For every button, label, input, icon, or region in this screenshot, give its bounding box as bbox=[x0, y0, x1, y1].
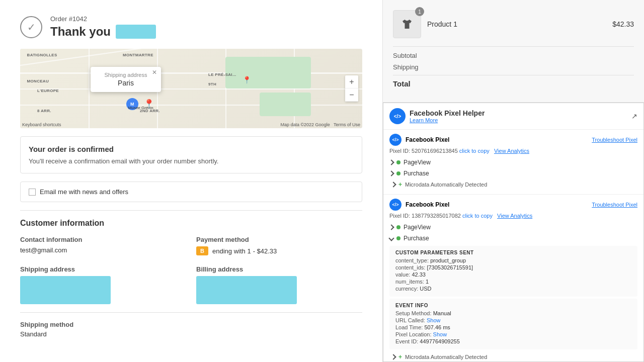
fb-section1-name: Facebook Pixel bbox=[406, 136, 449, 143]
fb-arrow-microdata-1 bbox=[390, 182, 396, 187]
subtotal-label: Subtotal bbox=[393, 52, 417, 59]
fb-param-content-ids: content_ids: [73053026715591] bbox=[395, 264, 631, 270]
fb-troubleshoot-1[interactable]: Troubleshoot Pixel bbox=[592, 137, 637, 143]
map-label-8arr: 8 ARR. bbox=[37, 109, 51, 113]
fb-event-name-pageview-1: PageView bbox=[404, 159, 431, 166]
fb-param-value: value: 42.33 bbox=[395, 272, 631, 278]
fb-view-analytics-2[interactable]: View Analytics bbox=[497, 213, 532, 219]
payment-row: B ending with 1 - $42.33 bbox=[196, 246, 362, 255]
fb-event-name-purchase-1: Purchase bbox=[404, 170, 429, 177]
fb-pixel-location-show[interactable]: Show bbox=[433, 331, 447, 337]
fb-info-setup: Setup Method: Manual bbox=[395, 310, 631, 316]
payment-text: ending with 1 bbox=[212, 247, 251, 255]
shipping-method-block: Shipping method Standard bbox=[20, 312, 362, 338]
fb-event-pageview-2[interactable]: PageView bbox=[389, 222, 637, 233]
fb-microdata-1: + Microdata Automatically Detected bbox=[389, 179, 637, 190]
map-keyboard: Keyboard shortcuts bbox=[22, 122, 61, 127]
location-pin: 📍 bbox=[143, 100, 154, 109]
fb-arrow-purchase-1 bbox=[388, 170, 394, 176]
fb-click-copy-1[interactable]: click to copy bbox=[459, 148, 490, 154]
fb-pixel-id-label-1: Pixel ID: bbox=[389, 148, 410, 154]
summary-divider bbox=[393, 46, 634, 47]
thank-you-row: Thank you bbox=[50, 25, 156, 39]
contact-email: test@gmail.com bbox=[20, 246, 186, 254]
map-visual: MONTMARTRE BATIGNOLLES Monceau L'EUROPE … bbox=[20, 49, 362, 128]
shipping-label: Shipping bbox=[393, 63, 419, 71]
fb-param-content-type: content_type: product_group bbox=[395, 257, 631, 263]
fb-event-name-pageview-2: PageView bbox=[404, 224, 431, 231]
fb-info-loadtime: Load Time: 507.46 ms bbox=[395, 324, 631, 330]
customer-info: Customer information Contact information… bbox=[20, 210, 362, 338]
fb-custom-params: CUSTOM PARAMETERS SENT content_type: pro… bbox=[389, 246, 637, 297]
fb-icon: </> bbox=[389, 108, 406, 124]
fb-event-pageview-1[interactable]: PageView bbox=[389, 157, 637, 168]
right-panel: 1 Product 1 $42.33 Subtotal Shipping Tot… bbox=[382, 0, 644, 362]
product-name: Product 1 bbox=[427, 20, 606, 28]
fb-view-analytics-1[interactable]: View Analytics bbox=[494, 148, 529, 154]
fb-pixel-panel: </> Facebook Pixel Helper Learn More ↗ <… bbox=[383, 103, 644, 362]
fb-url-show[interactable]: Show bbox=[427, 317, 441, 323]
total-row: Total bbox=[393, 75, 634, 88]
shipping-method-label: Shipping method bbox=[20, 321, 362, 328]
map-overlay-city: Paris bbox=[98, 79, 154, 87]
fb-title: Facebook Pixel Helper bbox=[410, 109, 485, 117]
fb-section-1: </> Facebook Pixel Troubleshoot Pixel Pi… bbox=[383, 130, 643, 195]
payment-block: Payment method B ending with 1 - $42.33 bbox=[196, 236, 362, 255]
fb-arrow-microdata-2 bbox=[390, 354, 396, 359]
fb-event-info-title: EVENT INFO bbox=[395, 303, 631, 308]
fb-info-event-id: Event ID: 4497764909255 bbox=[395, 338, 631, 344]
subtotal-row: Subtotal bbox=[393, 52, 634, 59]
customer-name-placeholder bbox=[116, 25, 156, 39]
fb-troubleshoot-2[interactable]: Troubleshoot Pixel bbox=[592, 202, 637, 208]
fb-event-purchase-2[interactable]: Purchase bbox=[389, 233, 637, 244]
fb-arrow-purchase-2 bbox=[388, 235, 394, 241]
fb-dot-pageview-1 bbox=[396, 160, 400, 164]
fb-dot-pageview-2 bbox=[396, 225, 400, 229]
fb-dot-purchase-2 bbox=[396, 236, 400, 240]
fb-learn-more[interactable]: Learn More bbox=[410, 117, 485, 123]
payment-badge: B bbox=[196, 246, 208, 255]
email-checkbox[interactable] bbox=[29, 189, 36, 196]
order-title-block: Order #1042 Thank you bbox=[50, 15, 156, 39]
fb-plus-microdata-2: + bbox=[398, 353, 402, 360]
email-label: Email me with news and offers bbox=[40, 188, 128, 196]
billing-address-label: Billing address bbox=[196, 265, 362, 273]
fb-arrow-pageview-1 bbox=[388, 159, 394, 165]
fb-microdata-text-1: Microdata Automatically Detected bbox=[405, 182, 487, 188]
fb-section1-icon: </> bbox=[389, 134, 401, 146]
map-label-9th: 9TH bbox=[208, 82, 216, 86]
contact-block: Contact information test@gmail.com bbox=[20, 236, 186, 255]
fb-click-copy-2[interactable]: click to copy bbox=[462, 213, 493, 219]
customer-section-title: Customer information bbox=[20, 210, 362, 228]
fb-microdata-2: + Microdata Automatically Detected bbox=[389, 351, 637, 362]
check-icon: ✓ bbox=[20, 16, 42, 38]
fb-pixel-id-1: Pixel ID: 520761696213845 click to copy … bbox=[389, 148, 637, 154]
fb-section2-left: </> Facebook Pixel bbox=[389, 199, 449, 211]
fb-section1-left: </> Facebook Pixel bbox=[389, 134, 449, 146]
payment-label: Payment method bbox=[196, 236, 362, 243]
contact-label: Contact information bbox=[20, 236, 186, 243]
order-confirmed-desc: You'll receive a confirmation email with… bbox=[29, 157, 354, 165]
fb-info-url: URL Called: Show bbox=[395, 317, 631, 323]
product-price: $42.33 bbox=[612, 20, 634, 28]
fb-custom-params-title: CUSTOM PARAMETERS SENT bbox=[395, 250, 631, 255]
fb-section2-header: </> Facebook Pixel Troubleshoot Pixel bbox=[389, 199, 637, 211]
zoom-out-btn[interactable]: − bbox=[345, 88, 358, 102]
fb-event-purchase-1[interactable]: Purchase bbox=[389, 168, 637, 179]
shipping-method-value: Standard bbox=[20, 330, 362, 338]
email-row[interactable]: Email me with news and offers bbox=[20, 182, 362, 202]
fb-external-link-icon[interactable]: ↗ bbox=[631, 112, 637, 120]
fb-microdata-text-2: Microdata Automatically Detected bbox=[405, 354, 487, 360]
zoom-in-btn[interactable]: + bbox=[345, 75, 358, 88]
map-container[interactable]: MONTMARTRE BATIGNOLLES Monceau L'EUROPE … bbox=[20, 49, 362, 128]
map-close-btn[interactable]: ✕ bbox=[152, 69, 157, 76]
green-pin: 📍 bbox=[243, 76, 251, 83]
fb-section2-links: Troubleshoot Pixel bbox=[592, 202, 637, 208]
fb-param-currency: currency: USD bbox=[395, 286, 631, 292]
shipping-address-placeholder bbox=[20, 276, 111, 304]
map-overlay: ✕ Shipping address Paris bbox=[91, 67, 161, 92]
billing-address-placeholder bbox=[196, 276, 297, 304]
map-controls: + − bbox=[345, 75, 358, 102]
map-label-batignolles: BATIGNOLLES bbox=[27, 53, 57, 57]
order-number: Order #1042 bbox=[50, 15, 156, 23]
